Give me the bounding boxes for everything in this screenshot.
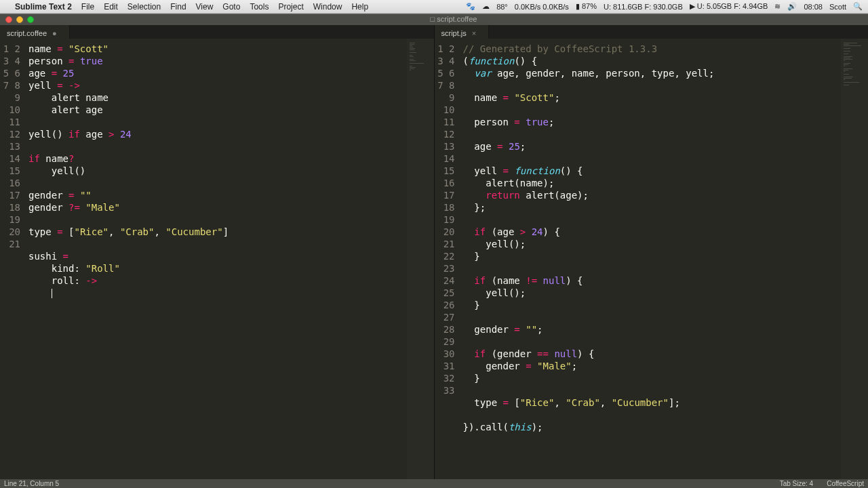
right-code[interactable]: // Generated by CoffeeScript 1.3.3(funct… [460, 39, 842, 479]
left-tabstrip: script.coffee ● [0, 25, 434, 39]
menubar-right: 🐾 ☁ 88° 0.0KB/s 0.0KB/s ▮ 87% U: 811.6GB… [466, 2, 863, 11]
left-editor[interactable]: 1 2 3 4 5 6 7 8 9 10 11 12 13 14 15 16 1… [0, 39, 434, 479]
menu-view[interactable]: View [196, 2, 214, 12]
tab-size[interactable]: Tab Size: 4 [780, 480, 813, 487]
left-code[interactable]: name = "Scott"person = trueage = 25yell … [26, 39, 407, 479]
right-tabstrip: script.js × [435, 25, 869, 39]
battery-indicator[interactable]: ▮ 87% [576, 2, 597, 11]
minimize-window-button[interactable] [16, 16, 23, 23]
right-minimap[interactable] [841, 39, 868, 479]
left-gutter: 1 2 3 4 5 6 7 8 9 10 11 12 13 14 15 16 1… [0, 39, 26, 479]
tab-label: script.js [441, 29, 467, 37]
traffic-lights [0, 14, 39, 25]
close-tab-icon[interactable]: × [472, 29, 476, 37]
macos-menubar: Sublime Text 2 File Edit Selection Find … [0, 0, 868, 14]
menu-window[interactable]: Window [313, 2, 342, 12]
spotlight-icon[interactable]: 🔍 [853, 2, 863, 11]
left-minimap[interactable] [407, 39, 434, 479]
close-window-button[interactable] [5, 16, 12, 23]
right-gutter: 1 2 3 4 5 6 7 8 9 10 11 12 13 14 15 16 1… [435, 39, 460, 479]
left-pane: script.coffee ● 1 2 3 4 5 6 7 8 9 10 11 … [0, 25, 435, 479]
cloud-icon[interactable]: ☁ [482, 2, 490, 11]
right-pane: script.js × 1 2 3 4 5 6 7 8 9 10 11 12 1… [435, 25, 869, 479]
zoom-window-button[interactable] [27, 16, 34, 23]
disk2-indicator[interactable]: ▶ U: 5.05GB F: 4.94GB [690, 2, 768, 11]
menu-help[interactable]: Help [351, 2, 368, 12]
syntax-label[interactable]: CoffeeScript [827, 480, 864, 487]
menu-file[interactable]: File [81, 2, 94, 12]
statusbar: Line 21, Column 5 Tab Size: 4 CoffeeScri… [0, 479, 868, 488]
user-menu[interactable]: Scott [829, 3, 846, 11]
wifi-icon[interactable]: ≋ [774, 2, 781, 11]
window-title: □ script.coffee [39, 14, 868, 25]
tab-label: script.coffee [7, 29, 47, 37]
menu-selection[interactable]: Selection [127, 2, 161, 12]
disk1-indicator[interactable]: U: 811.6GB F: 930.0GB [604, 3, 683, 11]
dirty-indicator-icon: ● [52, 29, 57, 37]
menu-find[interactable]: Find [170, 2, 186, 12]
net-indicator[interactable]: 0.0KB/s 0.0KB/s [515, 3, 569, 11]
app-menu[interactable]: Sublime Text 2 [15, 2, 72, 12]
temp-indicator[interactable]: 88° [496, 3, 508, 11]
menu-edit[interactable]: Edit [104, 2, 118, 12]
tab-script-js[interactable]: script.js × [435, 25, 490, 39]
clock[interactable]: 08:08 [804, 3, 823, 11]
menu-tools[interactable]: Tools [250, 2, 269, 12]
tab-script-coffee[interactable]: script.coffee ● [0, 25, 70, 39]
cursor-position[interactable]: Line 21, Column 5 [4, 480, 59, 487]
volume-icon[interactable]: 🔊 [787, 2, 797, 11]
window-titlebar: □ script.coffee [0, 14, 868, 25]
menu-project[interactable]: Project [278, 2, 303, 12]
right-editor[interactable]: 1 2 3 4 5 6 7 8 9 10 11 12 13 14 15 16 1… [435, 39, 869, 479]
menu-goto[interactable]: Goto [222, 2, 240, 12]
paw-icon[interactable]: 🐾 [466, 2, 475, 11]
